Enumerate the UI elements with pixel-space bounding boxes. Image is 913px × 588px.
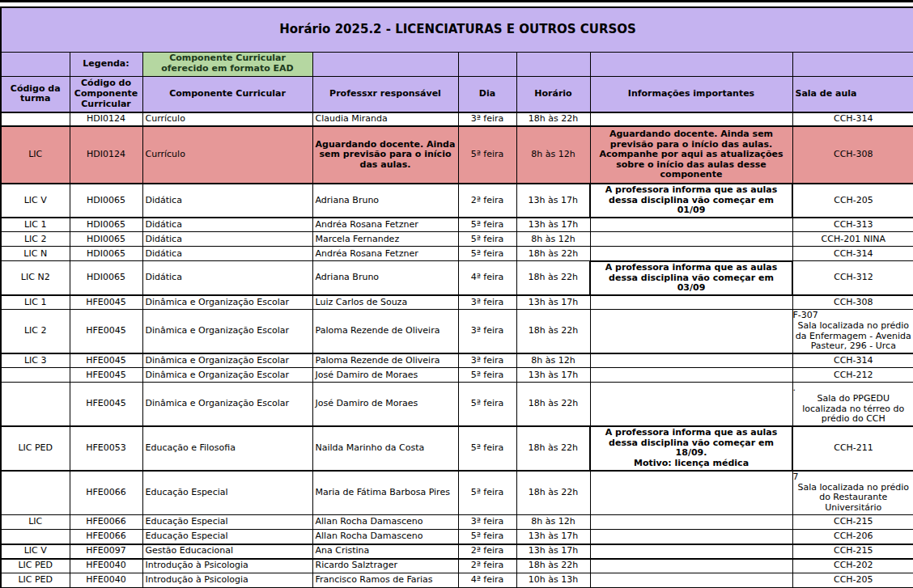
cell-componente: Gestão Educacional	[142, 544, 312, 559]
cell-componente: Didática	[142, 247, 312, 261]
cell-turma: LIC 1	[1, 218, 70, 232]
cell-horario: 18h às 22h	[516, 310, 590, 353]
column-header-codigo-componente: Código do Componente Curricular	[70, 76, 142, 112]
cell-codigo-componente: HFE0040	[70, 559, 142, 573]
cell-codigo-componente: HDI0065	[70, 247, 142, 261]
cell-codigo-componente: HDI0065	[70, 232, 142, 247]
cell-informacoes	[590, 383, 792, 426]
table-row: LIC PEDHFE0053Educação e FilosofiaNailda…	[1, 426, 913, 471]
cell-horario: 18h às 22h	[516, 247, 590, 261]
table-row: LIC PEDHFE0040Introdução à PsicologiaRic…	[1, 559, 913, 573]
cell-informacoes	[590, 544, 792, 559]
cell-informacoes	[590, 353, 792, 368]
cell-componente: Introdução à Psicologia	[142, 573, 312, 588]
cell-informacoes: A professora informa que as aulas dessa …	[590, 261, 792, 295]
sala-location-note: Sala localizada no prédio do Restaurante…	[796, 483, 912, 514]
cell-horario: 8h às 12h	[516, 353, 590, 368]
cell-turma: LIC PED	[1, 426, 70, 471]
schedule-table: Horário 2025.2 - LICENCIATURAS E OUTROS …	[0, 6, 913, 588]
cell-horario: 18h às 22h	[516, 112, 590, 126]
column-header-dia: Dia	[458, 76, 516, 112]
cell-componente: Dinâmica e Organização Escolar	[142, 353, 312, 368]
cell-sala: CCH-202	[792, 559, 913, 573]
cell-horario: 13h às 17h	[516, 295, 590, 310]
cell-dia: 3ª feira	[458, 310, 516, 353]
cell-turma	[1, 530, 70, 544]
cell-sala: 7Sala localizada no prédio do Restaurant…	[792, 471, 913, 515]
cell-sala: CCH-313	[792, 218, 913, 232]
cell-dia: 5ª feira	[458, 383, 516, 426]
legend-empty-cell	[458, 52, 516, 76]
cell-sala: CCH-308	[792, 295, 913, 310]
cell-horario: 10h às 13h	[516, 573, 590, 588]
column-header-turma: Código da turma	[1, 76, 70, 112]
cell-informacoes	[590, 471, 792, 515]
cell-sala: CCH-314	[792, 112, 913, 126]
table-row: HFE0066Educação EspecialAllan Rocha Dama…	[1, 530, 913, 544]
table-row: HFE0066Educação EspecialMaria de Fátima …	[1, 471, 913, 515]
cell-turma: LIC	[1, 126, 70, 184]
cell-professor: Maria de Fátima Barbosa Pires	[312, 471, 458, 515]
cell-codigo-componente: HFE0066	[70, 530, 142, 544]
cell-dia: 5ª feira	[458, 530, 516, 544]
cell-codigo-componente: HFE0045	[70, 295, 142, 310]
cell-componente: Currículo	[142, 112, 312, 126]
schedule-sheet: Horário 2025.2 - LICENCIATURAS E OUTROS …	[0, 0, 913, 588]
cell-codigo-componente: HFE0066	[70, 515, 142, 530]
table-row: LIC PEDHFE0040Introdução à PsicologiaFra…	[1, 573, 913, 588]
cell-sala: CCH-212	[792, 368, 913, 383]
cell-turma: LIC 2	[1, 310, 70, 353]
title-row: Horário 2025.2 - LICENCIATURAS E OUTROS …	[1, 7, 913, 52]
cell-sala: CCH-314	[792, 247, 913, 261]
cell-codigo-componente: HDI0124	[70, 126, 142, 184]
table-row: LICHDI0124CurrículoAguardando docente. A…	[1, 126, 913, 184]
cell-informacoes	[590, 530, 792, 544]
cell-dia: 5ª feira	[458, 232, 516, 247]
sala-location-note: Sala localizada no prédio da Enfermagem …	[796, 321, 912, 352]
cell-dia: 5ª feira	[458, 126, 516, 184]
cell-dia: 2ª feira	[458, 559, 516, 573]
cell-codigo-componente: HDI0065	[70, 184, 142, 218]
cell-componente: Educação Especial	[142, 471, 312, 515]
cell-sala: F-307Sala localizada no prédio da Enferm…	[792, 310, 913, 353]
cell-turma: LIC	[1, 515, 70, 530]
table-row: HDI0124CurrículoClaudia Miranda3ª feira1…	[1, 112, 913, 126]
cell-informacoes	[590, 247, 792, 261]
cell-turma: LIC PED	[1, 573, 70, 588]
table-row: LICHFE0066Educação EspecialAllan Rocha D…	[1, 515, 913, 530]
cell-dia: 2ª feira	[458, 184, 516, 218]
cell-turma: LIC 1	[1, 295, 70, 310]
legend-empty-cell	[590, 52, 792, 76]
cell-sala: CCH-312	[792, 261, 913, 295]
table-row: LIC N2HDI0065DidáticaAdriana Bruno4ª fei…	[1, 261, 913, 295]
cell-codigo-componente: HFE0045	[70, 383, 142, 426]
cell-dia: 5ª feira	[458, 218, 516, 232]
cell-dia: 3ª feira	[458, 353, 516, 368]
column-header-componente: Componente Curricular	[142, 76, 312, 112]
cell-codigo-componente: HFE0066	[70, 471, 142, 515]
table-body: HDI0124CurrículoClaudia Miranda3ª feira1…	[1, 112, 913, 588]
cell-informacoes: Aguardando docente. Ainda sem previsão p…	[590, 126, 792, 184]
cell-componente: Dinâmica e Organização Escolar	[142, 383, 312, 426]
cell-codigo-componente: HFE0053	[70, 426, 142, 471]
cell-turma: LIC 3	[1, 353, 70, 368]
cell-horario: 13h às 17h	[516, 218, 590, 232]
cell-professor: Aguardando docente. Ainda sem previsão p…	[312, 126, 458, 184]
cell-componente: Educação Especial	[142, 530, 312, 544]
cell-turma: LIC V	[1, 184, 70, 218]
cell-professor: Adriana Bruno	[312, 261, 458, 295]
column-header-professor: Professxr responsável	[312, 76, 458, 112]
cell-dia: 3ª feira	[458, 515, 516, 530]
cell-horario: 13h às 17h	[516, 530, 590, 544]
legend-empty-cell	[1, 52, 70, 76]
cell-dia: 5ª feira	[458, 471, 516, 515]
cell-informacoes	[590, 295, 792, 310]
cell-sala: CCH-205	[792, 184, 913, 218]
cell-professor: Nailda Marinho da Costa	[312, 426, 458, 471]
cell-componente: Didática	[142, 232, 312, 247]
cell-professor: Francisco Ramos de Farias	[312, 573, 458, 588]
cell-sala: CCH-215	[792, 515, 913, 530]
cell-horario: 13h às 17h	[516, 184, 590, 218]
cell-componente: Dinâmica e Organização Escolar	[142, 368, 312, 383]
table-row: LIC 2HFE0045Dinâmica e Organização Escol…	[1, 310, 913, 353]
